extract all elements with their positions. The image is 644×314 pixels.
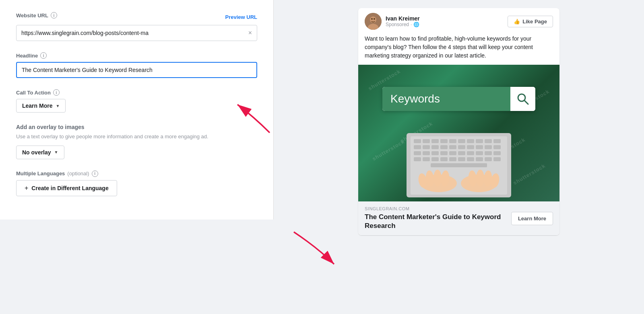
svg-point-54	[433, 170, 442, 187]
svg-rect-27	[476, 145, 483, 149]
search-keyword-area: Keywords	[382, 87, 510, 111]
overlay-chevron: ▼	[54, 150, 58, 154]
learn-more-button[interactable]: Learn More	[511, 212, 553, 225]
fb-user-name: Ivan Kreimer	[386, 15, 420, 22]
svg-rect-22	[431, 145, 439, 149]
call-to-action-value: Learn More	[22, 103, 52, 109]
svg-rect-18	[485, 139, 492, 143]
svg-rect-38	[485, 151, 492, 155]
overlay-group: Add an overlay to images Use a text over…	[16, 124, 257, 159]
svg-rect-45	[458, 157, 465, 161]
fb-footer-left: SINGLEGRAIN.COM The Content Marketer's G…	[365, 206, 506, 230]
overlay-dropdown[interactable]: No overlay ▼	[16, 146, 64, 159]
svg-rect-39	[493, 151, 501, 155]
laptop-svg	[382, 121, 535, 201]
svg-rect-25	[458, 145, 465, 149]
svg-rect-28	[485, 145, 492, 149]
fb-ad-image: shutterstock shutterstock shutterstock s…	[358, 65, 559, 201]
create-language-button[interactable]: + Create in Different Language	[16, 180, 117, 196]
fb-domain: SINGLEGRAIN.COM	[365, 206, 506, 211]
website-url-input-wrapper: ×	[16, 25, 257, 41]
svg-rect-33	[440, 151, 448, 155]
overlay-section-desc: Use a text overlay to give people more i…	[16, 133, 257, 141]
svg-rect-29	[493, 145, 501, 149]
headline-info-icon[interactable]: i	[40, 52, 47, 59]
website-url-info-icon[interactable]: i	[51, 12, 57, 18]
svg-rect-24	[449, 145, 456, 149]
svg-rect-14	[449, 139, 456, 143]
facebook-ad-preview: Ivan Kreimer Sponsored · 🌐 👍 Like Page W…	[358, 8, 559, 235]
search-keyword: Keywords	[390, 92, 440, 105]
svg-rect-44	[449, 157, 456, 161]
like-page-label: Like Page	[522, 18, 547, 25]
globe-symbol: 🌐	[413, 22, 419, 27]
svg-rect-48	[485, 157, 492, 161]
headline-group: Headline i	[16, 52, 257, 78]
svg-rect-34	[449, 151, 456, 155]
svg-rect-36	[467, 151, 474, 155]
clear-url-icon[interactable]: ×	[248, 29, 252, 37]
overlay-section-title: Add an overlay to images	[16, 124, 257, 130]
svg-rect-35	[458, 151, 465, 155]
fb-headline: The Content Marketer's Guide to Keyword …	[365, 213, 506, 230]
svg-rect-49	[493, 157, 501, 161]
plus-icon: +	[25, 185, 28, 192]
overlay-value: No overlay	[22, 149, 51, 156]
laptop-area	[358, 121, 559, 201]
headline-input[interactable]	[16, 62, 257, 78]
like-page-button[interactable]: 👍 Like Page	[508, 16, 553, 27]
multiple-languages-group: Multiple Languages (optional) i + Create…	[16, 170, 257, 196]
svg-point-58	[476, 170, 484, 187]
search-button-area	[510, 87, 535, 111]
svg-rect-43	[440, 157, 448, 161]
website-url-label: Website URL	[16, 12, 48, 18]
fb-user-meta: Ivan Kreimer Sponsored · 🌐	[386, 15, 420, 27]
svg-rect-12	[431, 139, 439, 143]
svg-point-4	[371, 18, 373, 20]
svg-rect-50	[431, 163, 487, 167]
call-to-action-label: Call To Action	[16, 90, 51, 96]
fb-sponsored: Sponsored · 🌐	[386, 22, 420, 27]
search-box: Keywords	[382, 87, 535, 111]
call-to-action-info-icon[interactable]: i	[53, 89, 60, 96]
thumbs-up-icon: 👍	[514, 18, 520, 25]
svg-line-7	[524, 101, 528, 104]
svg-rect-20	[414, 145, 421, 149]
call-to-action-group: Call To Action i Learn More ▼	[16, 89, 257, 113]
optional-label: (optional)	[67, 170, 89, 176]
fb-card-header: Ivan Kreimer Sponsored · 🌐 👍 Like Page	[358, 8, 559, 35]
svg-rect-26	[467, 145, 474, 149]
globe-icon: ·	[411, 22, 412, 27]
website-url-input[interactable]	[21, 30, 248, 36]
search-icon	[516, 92, 529, 105]
svg-rect-21	[423, 145, 430, 149]
svg-rect-15	[458, 139, 465, 143]
svg-rect-31	[423, 151, 430, 155]
svg-rect-30	[414, 151, 421, 155]
svg-rect-37	[476, 151, 483, 155]
svg-rect-16	[467, 139, 474, 143]
preview-url-link[interactable]: Preview URL	[225, 14, 257, 20]
headline-label: Headline	[16, 53, 38, 59]
website-url-group: Website URL i Preview URL ×	[16, 12, 257, 41]
svg-rect-32	[431, 151, 439, 155]
svg-point-5	[374, 18, 375, 20]
svg-rect-41	[423, 157, 430, 161]
call-to-action-chevron: ▼	[56, 104, 60, 108]
create-language-label: Create in Different Language	[31, 185, 108, 191]
svg-rect-10	[414, 139, 421, 143]
svg-rect-11	[423, 139, 430, 143]
sponsored-text: Sponsored	[386, 22, 409, 27]
fb-post-text: Want to learn how to find profitable, hi…	[358, 35, 559, 65]
svg-rect-23	[440, 145, 448, 149]
fb-user-info: Ivan Kreimer Sponsored · 🌐	[365, 13, 420, 30]
svg-rect-46	[467, 157, 474, 161]
svg-rect-47	[476, 157, 483, 161]
svg-rect-40	[414, 157, 421, 161]
avatar	[365, 13, 382, 30]
svg-rect-19	[493, 139, 501, 143]
multiple-languages-info-icon[interactable]: i	[92, 170, 98, 177]
svg-rect-13	[440, 139, 448, 143]
call-to-action-dropdown[interactable]: Learn More ▼	[16, 99, 66, 113]
fb-card-footer: SINGLEGRAIN.COM The Content Marketer's G…	[358, 201, 559, 235]
